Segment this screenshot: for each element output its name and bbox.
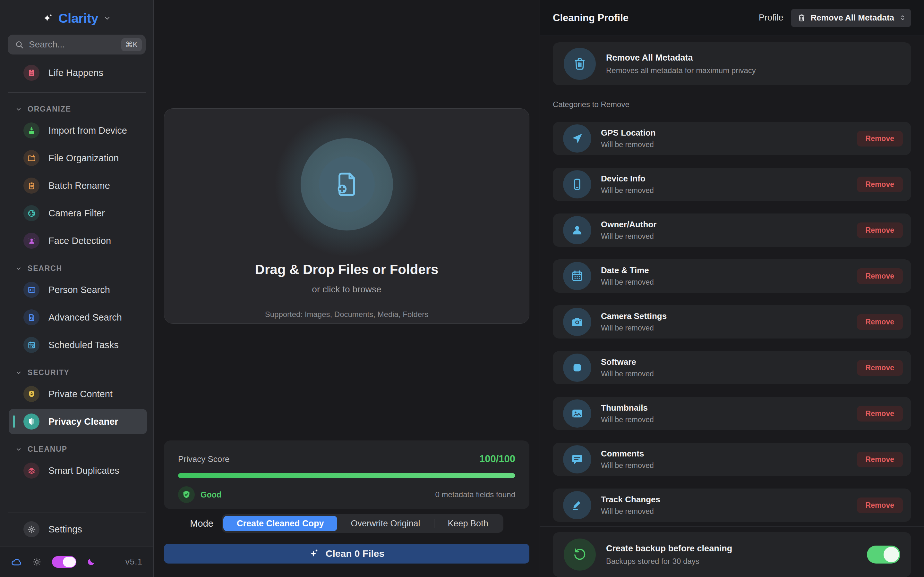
chevron-down-icon [103, 15, 111, 22]
remove-badge[interactable]: Remove [857, 360, 903, 376]
remove-badge[interactable]: Remove [857, 177, 903, 192]
backup-title: Create backup before cleaning [606, 544, 732, 554]
aperture-icon [23, 205, 39, 221]
app-logo[interactable]: Clarity [0, 0, 153, 32]
profile-label: Profile [759, 13, 783, 23]
remove-badge[interactable]: Remove [857, 131, 903, 147]
section-header-search[interactable]: SEARCH [15, 264, 153, 273]
sun-icon[interactable] [32, 557, 42, 567]
privacy-status: Good [200, 490, 221, 500]
category-row-camera-settings[interactable]: Camera Settings Will be removed Remove [553, 305, 911, 338]
divider [540, 526, 924, 527]
keyboard-shortcut-badge: ⌘K [121, 38, 142, 51]
toggle-knob [63, 557, 76, 567]
sidebar-item-advanced-search[interactable]: Advanced Search [9, 305, 147, 330]
cleaning-profile-panel: Cleaning Profile Profile Remove All Meta… [540, 0, 924, 577]
sidebar-item-face-detection[interactable]: Face Detection [9, 228, 147, 253]
sidebar-item-label: Camera Filter [48, 208, 105, 219]
image-icon [563, 400, 591, 428]
categories-list: GPS Location Will be removed Remove Devi… [553, 122, 911, 522]
moon-icon[interactable] [87, 558, 95, 566]
sidebar-item-import-from-device[interactable]: Import from Device [9, 118, 147, 143]
sidebar-spacer [0, 486, 153, 508]
remove-badge[interactable]: Remove [857, 314, 903, 330]
sidebar-item-label: Import from Device [48, 125, 127, 136]
profile-dropdown[interactable]: Remove All Metadata [791, 9, 911, 27]
category-row-owner-author[interactable]: Owner/Author Will be removed Remove [553, 213, 911, 247]
category-row-date-time[interactable]: Date & Time Will be removed Remove [553, 259, 911, 293]
mode-option-overwrite-original[interactable]: Overwrite Original [337, 516, 433, 531]
shield-half-icon [23, 414, 39, 430]
panel-header: Cleaning Profile Profile Remove All Meta… [540, 0, 924, 36]
sidebar-item-label: Scheduled Tasks [48, 340, 119, 350]
mode-option-create-cleaned-copy[interactable]: Create Cleaned Copy [223, 516, 338, 531]
dropzone-subtitle: or click to browse [312, 284, 381, 295]
sidebar-item-person-search[interactable]: Person Search [9, 277, 147, 302]
navigation-icon [563, 124, 591, 153]
sidebar-item-file-organization[interactable]: File Organization [9, 145, 147, 171]
dropzone-glow [274, 111, 420, 258]
sidebar-item-scheduled-tasks[interactable]: Scheduled Tasks [9, 332, 147, 358]
journal-icon [23, 65, 39, 81]
category-row-track-changes[interactable]: Track Changes Will be removed Remove [553, 488, 911, 522]
select-chevrons-icon [899, 14, 907, 22]
trash-icon [564, 48, 596, 80]
remove-badge[interactable]: Remove [857, 268, 903, 284]
sparkle-icon [309, 548, 319, 559]
app-square-icon [563, 354, 591, 382]
mode-option-keep-both[interactable]: Keep Both [435, 516, 502, 531]
remove-badge[interactable]: Remove [857, 452, 903, 467]
toggle-knob [884, 547, 899, 562]
sidebar-item-label: Face Detection [48, 235, 111, 246]
sidebar-item-private-content[interactable]: Private Content [9, 382, 147, 406]
dropzone-supported-formats: Supported: Images, Documents, Media, Fol… [265, 310, 429, 319]
mode-selector: Mode Create Cleaned Copy Overwrite Origi… [164, 514, 529, 533]
sidebar-item-smart-duplicates[interactable]: Smart Duplicates [9, 458, 147, 483]
sidebar-item-life-happens[interactable]: Life Happens [9, 60, 147, 85]
section-header-organize[interactable]: ORGANIZE [15, 105, 153, 113]
sidebar-item-label: Life Happens [48, 68, 103, 78]
privacy-score-label: Privacy Score [178, 454, 229, 464]
panel-body: Remove All Metadata Removes all metadata… [540, 36, 924, 577]
privacy-progress-fill [178, 473, 515, 478]
category-row-comments[interactable]: Comments Will be removed Remove [553, 443, 911, 476]
dropzone[interactable]: Drag & Drop Files or Folders or click to… [164, 108, 529, 324]
version-label: v5.1 [126, 557, 142, 567]
category-row-device-info[interactable]: Device Info Will be removed Remove [553, 168, 911, 201]
cloud-icon[interactable] [11, 556, 22, 567]
mode-label: Mode [190, 518, 213, 529]
category-row-gps-location[interactable]: GPS Location Will be removed Remove [553, 122, 911, 155]
clean-files-button[interactable]: Clean 0 Files [164, 544, 529, 564]
sidebar-item-label: Person Search [48, 285, 110, 295]
person-icon [563, 216, 591, 244]
clean-button-label: Clean 0 Files [326, 548, 384, 559]
sidebar-item-label: Smart Duplicates [48, 466, 120, 476]
main-panel: Drag & Drop Files or Folders or click to… [153, 0, 540, 577]
dropzone-title: Drag & Drop Files or Folders [255, 262, 439, 277]
profile-card-subtitle: Removes all metadata for maximum privacy [606, 66, 756, 75]
sidebar-item-batch-rename[interactable]: Batch Rename [9, 173, 147, 198]
pencil-line-icon [563, 491, 591, 519]
remove-badge[interactable]: Remove [857, 498, 903, 513]
theme-toggle[interactable] [52, 556, 76, 568]
sidebar-item-privacy-cleaner[interactable]: Privacy Cleaner [9, 409, 147, 434]
chevron-down-icon [15, 370, 22, 376]
clipboard-pencil-icon [23, 177, 39, 193]
restore-icon [564, 538, 596, 571]
app-name: Clarity [58, 11, 98, 26]
mode-segmented-control: Create Cleaned Copy Overwrite Original K… [222, 514, 503, 533]
chat-bubble-icon [563, 445, 591, 474]
section-header-security[interactable]: SECURITY [15, 368, 153, 377]
calendar-clock-icon [23, 337, 39, 353]
backup-toggle[interactable] [867, 546, 900, 564]
remove-badge[interactable]: Remove [857, 222, 903, 238]
sidebar-item-camera-filter[interactable]: Camera Filter [9, 201, 147, 226]
search-input[interactable] [29, 39, 116, 50]
download-tray-icon [23, 122, 39, 139]
category-row-software[interactable]: Software Will be removed Remove [553, 351, 911, 384]
category-row-thumbnails[interactable]: Thumbnails Will be removed Remove [553, 397, 911, 430]
remove-badge[interactable]: Remove [857, 406, 903, 422]
search-input-container[interactable]: ⌘K [8, 35, 145, 55]
sidebar-item-settings[interactable]: Settings [9, 517, 147, 542]
section-header-cleanup[interactable]: CLEANUP [15, 445, 153, 454]
